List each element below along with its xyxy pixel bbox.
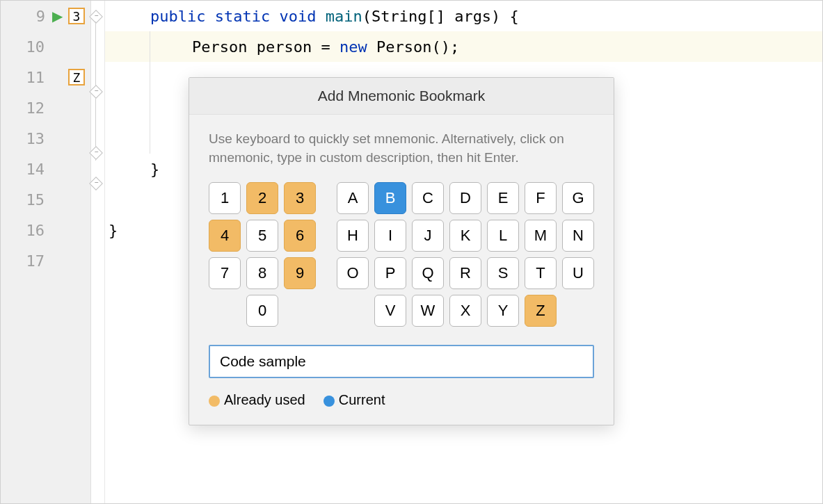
mnemonic-key-T[interactable]: T [525,257,557,289]
fold-marker-icon[interactable] [89,146,103,160]
mnemonic-key-A[interactable]: A [337,182,369,214]
mnemonic-key-J[interactable]: J [412,220,444,252]
gutter-line-9[interactable]: 9 ▶ 3 [1,1,90,31]
number-keys: 1234567890 [209,182,316,327]
dot-icon [323,396,335,407]
mnemonic-key-7[interactable]: 7 [209,257,241,289]
mnemonic-key-Q[interactable]: Q [412,257,444,289]
gutter-line-10[interactable]: 10 [1,31,90,62]
bookmark-badge-3[interactable]: 3 [68,8,85,24]
mnemonic-key-B[interactable]: B [374,182,406,214]
mnemonic-key-Y[interactable]: Y [487,295,519,327]
line-number: 17 [26,252,45,270]
mnemonic-key-V[interactable]: V [374,295,406,327]
line-number: 14 [26,161,45,178]
line-number: 13 [26,130,45,147]
mnemonic-key-X[interactable]: X [449,295,481,327]
mnemonic-key-F[interactable]: F [525,182,557,214]
mnemonic-key-G[interactable]: G [562,182,594,214]
gutter-line-11[interactable]: 11 Z [1,62,90,92]
dot-icon [209,396,220,407]
mnemonic-key-M[interactable]: M [525,220,557,252]
line-number: 9 [36,8,45,25]
mnemonic-key-R[interactable]: R [449,257,481,289]
mnemonic-key-K[interactable]: K [449,220,481,252]
run-icon[interactable]: ▶ [52,8,63,24]
fold-marker-icon[interactable] [89,85,103,99]
letter-keys: ABCDEFGHIJKLMNOPQRSTUVWXYZ [337,182,594,327]
mnemonic-key-U[interactable]: U [562,257,594,289]
line-number: 15 [26,191,45,209]
mnemonic-key-9[interactable]: 9 [284,257,316,289]
mnemonic-key-4[interactable]: 4 [209,220,241,252]
legend-used: Already used [209,392,305,408]
dialog-hint: Use keyboard to quickly set mnemonic. Al… [209,130,594,167]
mnemonic-key-grid: 1234567890 ABCDEFGHIJKLMNOPQRSTUVWXYZ [209,182,594,327]
line-number: 12 [26,99,45,117]
line-number: 10 [26,38,45,56]
mnemonic-key-1[interactable]: 1 [209,182,241,214]
mnemonic-key-6[interactable]: 6 [284,220,316,252]
bookmark-badge-z[interactable]: Z [68,69,85,86]
mnemonic-key-8[interactable]: 8 [246,257,278,289]
gutter: 9 ▶ 3 10 11 Z 12 13 14 15 16 17 [1,1,91,503]
dialog-title: Add Mnemonic Bookmark [189,78,614,115]
mnemonic-key-W[interactable]: W [412,295,444,327]
dialog-body: Use keyboard to quickly set mnemonic. Al… [189,115,614,425]
legend-current: Current [323,392,385,408]
fold-marker-icon[interactable] [89,177,103,190]
mnemonic-bookmark-dialog: Add Mnemonic Bookmark Use keyboard to qu… [189,77,614,425]
mnemonic-key-3[interactable]: 3 [284,182,316,214]
mnemonic-key-0[interactable]: 0 [246,295,278,327]
mnemonic-key-Z[interactable]: Z [525,295,557,327]
mnemonic-key-I[interactable]: I [374,220,406,252]
fold-marker-icon[interactable] [89,10,103,24]
line-number: 11 [26,69,45,86]
mnemonic-key-S[interactable]: S [487,257,519,289]
mnemonic-key-O[interactable]: O [337,257,369,289]
mnemonic-key-C[interactable]: C [412,182,444,214]
mnemonic-key-2[interactable]: 2 [246,182,278,214]
legend: Already used Current [209,392,594,408]
mnemonic-key-H[interactable]: H [337,220,369,252]
mnemonic-key-L[interactable]: L [487,220,519,252]
fold-gutter [91,1,105,503]
mnemonic-key-N[interactable]: N [562,220,594,252]
mnemonic-key-D[interactable]: D [449,182,481,214]
code-line-9[interactable]: public static void main(String[] args) { [105,1,822,31]
code-line-10[interactable]: Person person = new Person(); [105,31,822,62]
description-input[interactable] [209,345,594,378]
line-number: 16 [26,222,45,239]
mnemonic-key-5[interactable]: 5 [246,220,278,252]
mnemonic-key-E[interactable]: E [487,182,519,214]
mnemonic-key-P[interactable]: P [374,257,406,289]
